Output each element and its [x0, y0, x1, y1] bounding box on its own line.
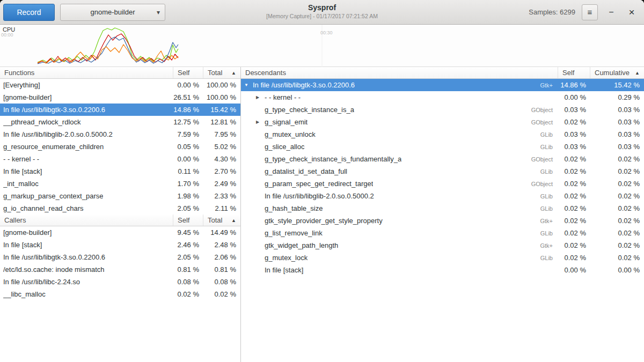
symbol-name-text: g_signal_emit — [265, 118, 308, 126]
expander-open-icon[interactable]: ▼ — [244, 83, 253, 87]
row-self-percent: 0.03 % — [558, 130, 590, 138]
tree-row[interactable]: gtk_widget_path_lengthGtk+0.02 %0.02 % — [241, 239, 644, 252]
tree-row[interactable]: ▶- - kernel - -0.00 %0.29 % — [241, 91, 644, 104]
sort-indicator-icon: ▲ — [231, 70, 236, 76]
table-row[interactable]: __libc_malloc0.02 %0.02 % — [0, 288, 240, 300]
row-total-percent: 14.49 % — [203, 228, 240, 237]
menu-button[interactable]: ≡ — [582, 4, 598, 20]
table-row[interactable]: [gnome-builder]9.45 %14.49 % — [0, 226, 240, 239]
table-row[interactable]: [gnome-builder]26.51 %100.00 % — [0, 91, 240, 104]
row-total-percent: 0.08 % — [203, 278, 240, 286]
expander-closed-icon[interactable]: ▶ — [256, 120, 265, 124]
row-self-percent: 12.75 % — [173, 118, 203, 126]
row-symbol-name: g_mutex_unlockGLib — [241, 130, 558, 138]
tree-row[interactable]: g_type_check_instance_is_aGObject0.03 %0… — [241, 104, 644, 116]
row-total-percent: 15.42 % — [203, 106, 240, 114]
row-self-percent: 2.46 % — [173, 241, 203, 249]
cpu-series-orange — [38, 45, 178, 63]
column-header-cumulative[interactable]: Cumulative▲ — [590, 67, 644, 78]
table-row[interactable]: In file [stack]0.11 %2.70 % — [0, 165, 240, 178]
table-row[interactable]: g_io_channel_read_chars2.05 %2.11 % — [0, 202, 240, 215]
symbol-name-text: - - kernel - - — [3, 155, 39, 163]
tree-row[interactable]: g_mutex_lockGLib0.02 %0.02 % — [241, 252, 644, 264]
functions-table-body: [Everything]0.00 %100.00 %[gnome-builder… — [0, 79, 240, 215]
minimize-button[interactable]: − — [604, 4, 618, 20]
process-selector-dropdown[interactable]: gnome-builder ▾ — [60, 4, 165, 21]
column-header-self[interactable]: Self — [173, 215, 203, 226]
row-self-percent: 0.02 % — [558, 241, 590, 249]
row-self-percent: 0.02 % — [558, 229, 590, 237]
symbol-name-text: In file /usr/lib/libgtk-3.so.0.2200.6 — [3, 253, 105, 261]
column-header-total[interactable]: Total▲ — [203, 215, 240, 226]
row-symbol-name: ▶g_signal_emitGObject — [241, 118, 558, 126]
row-symbol-name: In file [stack] — [0, 241, 173, 249]
row-self-percent: 2.05 % — [173, 253, 203, 261]
symbol-name-text: In file [stack] — [265, 266, 303, 274]
column-header-callers[interactable]: Callers — [0, 215, 173, 226]
row-self-percent: 7.59 % — [173, 130, 203, 138]
table-row[interactable]: In file /usr/lib/libgtk-3.so.0.2200.62.0… — [0, 251, 240, 263]
symbol-name-text: [gnome-builder] — [3, 228, 52, 237]
symbol-name-text: __pthread_rwlock_rdlock — [3, 118, 81, 126]
column-header-self[interactable]: Self — [558, 67, 590, 78]
symbol-name-text: g_type_check_instance_is_a — [265, 106, 354, 114]
column-header-functions[interactable]: Functions — [0, 67, 173, 78]
table-row[interactable]: In file /usr/lib/libgtk-3.so.0.2200.614.… — [0, 104, 240, 116]
time-label-mid: 00:30 — [320, 30, 333, 35]
tree-row[interactable]: In file [stack]0.00 %0.00 % — [241, 264, 644, 276]
row-total-percent: 7.95 % — [203, 130, 240, 138]
tree-row[interactable]: ▶g_signal_emitGObject0.02 %0.03 % — [241, 116, 644, 128]
tree-row[interactable]: g_list_remove_linkGLib0.02 %0.02 % — [241, 227, 644, 239]
symbol-name-text: g_markup_parse_context_parse — [3, 192, 103, 200]
symbol-name-text: gtk_style_provider_get_style_property — [265, 217, 383, 225]
expander-closed-icon[interactable]: ▶ — [256, 95, 265, 100]
table-row[interactable]: In file [stack]2.46 %2.48 % — [0, 239, 240, 251]
table-row[interactable]: _int_malloc1.70 %2.49 % — [0, 178, 240, 190]
symbol-name-text: In file /usr/lib/libglib-2.0.so.0.5000.2 — [265, 192, 374, 200]
tree-row[interactable]: g_type_check_instance_is_fundamentally_a… — [241, 153, 644, 165]
table-row[interactable]: [Everything]0.00 %100.00 % — [0, 79, 240, 91]
tree-row[interactable]: g_mutex_unlockGLib0.03 %0.03 % — [241, 128, 644, 141]
symbol-name-text: [gnome-builder] — [3, 93, 52, 101]
symbol-name-text: In file [stack] — [3, 167, 42, 175]
row-cumulative-percent: 0.02 % — [590, 204, 644, 212]
tree-row[interactable]: g_hash_table_sizeGLib0.02 %0.02 % — [241, 202, 644, 215]
close-button[interactable]: × — [625, 4, 639, 20]
row-symbol-name: [gnome-builder] — [0, 228, 173, 237]
column-header-total[interactable]: Total▲ — [203, 67, 240, 78]
table-row[interactable]: In file /usr/lib/libglib-2.0.so.0.5000.2… — [0, 128, 240, 141]
row-self-percent: 1.98 % — [173, 192, 203, 200]
column-header-self[interactable]: Self — [173, 67, 203, 78]
row-total-percent: 100.00 % — [203, 81, 240, 89]
table-row[interactable]: g_resource_enumerate_children0.05 %5.02 … — [0, 141, 240, 153]
table-row[interactable]: __pthread_rwlock_rdlock12.75 %12.81 % — [0, 116, 240, 128]
tree-row[interactable]: g_datalist_id_set_data_fullGLib0.02 %0.0… — [241, 165, 644, 178]
cpu-timeline[interactable]: CPU 00:00 00:30 — [0, 25, 644, 67]
tree-row[interactable]: ▼In file /usr/lib/libgtk-3.so.0.2200.6Gt… — [241, 79, 644, 91]
tree-row[interactable]: gtk_style_provider_get_style_propertyGtk… — [241, 215, 644, 227]
symbol-name-text: g_slice_alloc — [265, 143, 304, 151]
table-row[interactable]: g_markup_parse_context_parse1.98 %2.33 % — [0, 190, 240, 202]
row-symbol-name: g_slice_allocGLib — [241, 143, 558, 151]
symbol-name-text: /etc/ld.so.cache: inode mismatch — [3, 265, 105, 274]
tree-row[interactable]: g_param_spec_get_redirect_targetGObject0… — [241, 178, 644, 190]
callers-table-body: [gnome-builder]9.45 %14.49 %In file [sta… — [0, 226, 240, 300]
row-self-percent: 0.00 % — [173, 155, 203, 163]
close-icon: × — [628, 6, 634, 18]
row-cumulative-percent: 0.03 % — [590, 118, 644, 126]
tree-row[interactable]: g_slice_allocGLib0.03 %0.03 % — [241, 141, 644, 153]
library-badge: GLib — [536, 255, 555, 261]
table-row[interactable]: - - kernel - -0.00 %4.30 % — [0, 153, 240, 165]
column-header-descendants[interactable]: Descendants — [241, 67, 558, 78]
library-badge: GLib — [536, 168, 555, 175]
table-row[interactable]: /etc/ld.so.cache: inode mismatch0.81 %0.… — [0, 263, 240, 276]
tree-row[interactable]: In file /usr/lib/libglib-2.0.so.0.5000.2… — [241, 190, 644, 202]
symbol-name-text: __libc_malloc — [3, 290, 46, 298]
library-badge: Gtk+ — [536, 218, 555, 224]
record-button[interactable]: Record — [3, 4, 55, 21]
symbol-name-text: g_hash_table_size — [265, 204, 323, 212]
row-total-percent: 100.00 % — [203, 93, 240, 101]
table-row[interactable]: In file /usr/lib/libc-2.24.so0.08 %0.08 … — [0, 276, 240, 288]
row-symbol-name: g_type_check_instance_is_aGObject — [241, 106, 558, 114]
row-self-percent: 0.08 % — [173, 278, 203, 286]
